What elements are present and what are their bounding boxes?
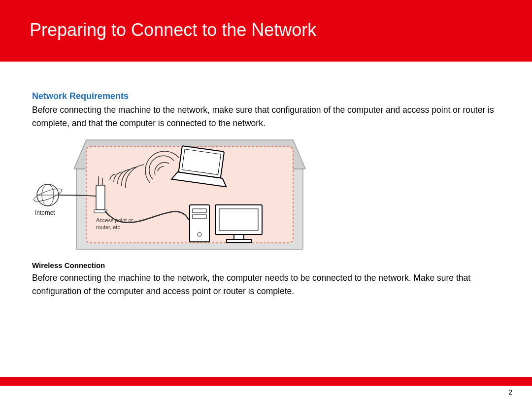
svg-rect-19	[234, 234, 244, 239]
page-title: Preparing to Connect to the Network	[30, 20, 316, 40]
desktop-tower-icon	[190, 205, 209, 242]
svg-rect-18	[219, 209, 258, 231]
footer-white: 2	[0, 386, 532, 399]
wireless-heading: Wireless Connection	[32, 261, 512, 269]
network-diagram: Internet Access point or router, etc.	[32, 136, 305, 255]
router-label-2: router, etc.	[96, 224, 122, 230]
section-intro: Before connecting the machine to the net…	[32, 103, 512, 130]
internet-icon	[33, 184, 63, 206]
header-banner: Preparing to Connect to the Network	[0, 0, 532, 62]
wireless-body: Before connecting the machine to the net…	[32, 271, 512, 298]
footer-bar	[0, 377, 532, 386]
svg-rect-20	[227, 239, 251, 242]
svg-rect-7	[96, 185, 105, 210]
content-area: Network Requirements Before connecting t…	[32, 91, 512, 304]
internet-label: Internet	[35, 209, 55, 216]
page-number: 2	[508, 388, 512, 396]
slide: Preparing to Connect to the Network Netw…	[0, 0, 532, 399]
section-heading: Network Requirements	[32, 91, 512, 101]
